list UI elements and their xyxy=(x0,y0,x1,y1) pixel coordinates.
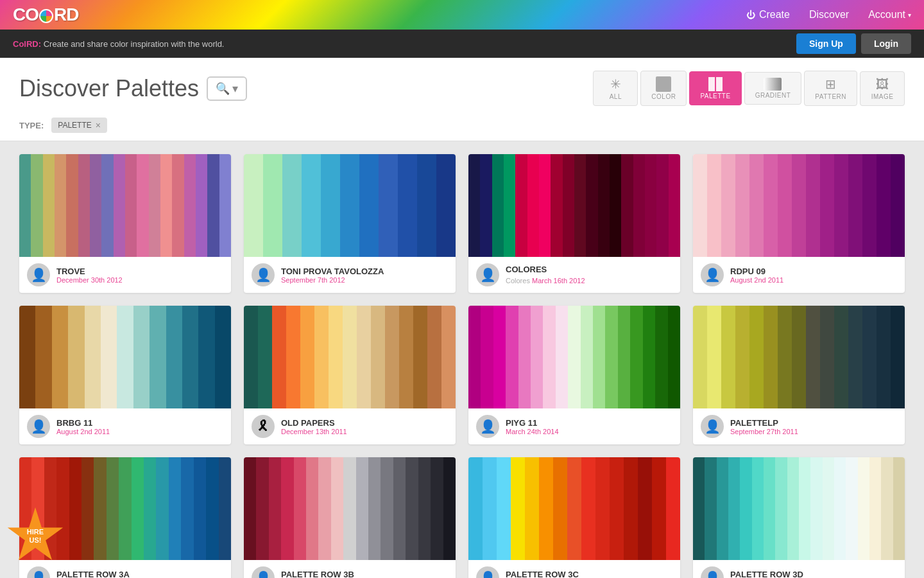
palette-card[interactable]: 👤RDPU 09August 2nd 2011 xyxy=(693,154,905,293)
swatch xyxy=(329,306,343,408)
palette-grid: 👤TROVEDecember 30th 2012👤TONI PROVA TAVO… xyxy=(0,141,924,578)
swatch xyxy=(198,306,214,408)
swatch xyxy=(480,154,492,257)
palette-meta: OLD PAPERSDecember 13th 2011 xyxy=(281,418,448,435)
type-tag-label: PALETTE xyxy=(58,121,91,130)
type-tag-close-icon[interactable]: × xyxy=(96,120,101,130)
swatch xyxy=(764,154,778,257)
swatch xyxy=(553,457,567,560)
palette-info: 👤PALETTE ROW 3BMarch 10th 2013 xyxy=(244,560,456,578)
swatch xyxy=(286,306,300,408)
swatch xyxy=(556,306,568,408)
swatch xyxy=(117,306,133,408)
filter-tabs: ✳ ALL COLOR PALETTE GRADIENT ⊞ PATTERN 🖼… xyxy=(593,71,905,106)
palette-meta: PIYG 11March 24th 2014 xyxy=(506,418,672,435)
palette-name: BRBG 11 xyxy=(56,418,223,428)
swatch xyxy=(196,154,207,257)
avatar: 👤 xyxy=(252,566,275,578)
swatch xyxy=(539,154,551,257)
palette-swatches xyxy=(693,154,905,257)
palette-icon xyxy=(708,77,723,91)
swatch xyxy=(302,154,321,257)
brand-name: ColRD: xyxy=(13,39,41,49)
swatch xyxy=(78,154,90,257)
swatch xyxy=(150,306,166,408)
tab-image[interactable]: 🖼 IMAGE xyxy=(860,71,905,106)
swatch xyxy=(735,154,749,257)
person-icon: 👤 xyxy=(31,419,47,434)
palette-card[interactable]: 👤PALETTE ROW 3DMay 14th 2011 xyxy=(693,457,905,578)
swatch xyxy=(869,457,881,560)
create-link[interactable]: ⏻ Create xyxy=(746,9,790,21)
swatch xyxy=(149,154,160,257)
swatch xyxy=(693,306,707,408)
palette-card[interactable]: 🎗OLD PAPERSDecember 13th 2011 xyxy=(244,306,456,444)
discover-header: Discover Palettes 🔍 ▾ ✳ ALL COLOR PALETT… xyxy=(0,58,924,112)
swatch xyxy=(340,154,359,257)
account-label: Account xyxy=(868,9,905,21)
discover-link[interactable]: Discover xyxy=(809,9,849,21)
palette-card[interactable]: 👤PALETTE ROW 3CJuly 22nd 2012 xyxy=(468,457,680,578)
pattern-icon: ⊞ xyxy=(825,76,836,92)
palette-date: March 24th 2014 xyxy=(506,428,672,435)
swatch xyxy=(52,306,68,408)
palette-meta: PALETTELPSeptember 27th 2011 xyxy=(730,418,897,435)
tab-all[interactable]: ✳ ALL xyxy=(593,71,638,106)
search-chevron-icon: ▾ xyxy=(232,82,238,96)
swatch xyxy=(119,457,131,560)
palette-card[interactable]: 👤PALETTELPSeptember 27th 2011 xyxy=(693,306,905,444)
tab-gradient[interactable]: GRADIENT xyxy=(744,72,802,105)
swatch xyxy=(862,154,877,257)
tab-pattern[interactable]: ⊞ PATTERN xyxy=(804,71,857,106)
avatar: 👤 xyxy=(252,263,275,286)
tab-color[interactable]: COLOR xyxy=(640,71,687,106)
palette-card[interactable]: 👤TROVEDecember 30th 2012 xyxy=(19,154,231,293)
person-icon: 👤 xyxy=(480,419,496,434)
swatch xyxy=(272,306,286,408)
swatch xyxy=(877,154,891,257)
palette-meta: PALETTE ROW 3CJuly 22nd 2012 xyxy=(506,570,672,579)
discover-title-area: Discover Palettes 🔍 ▾ xyxy=(19,75,247,102)
swatch xyxy=(618,306,630,408)
logo[interactable]: CORD xyxy=(13,4,78,25)
palette-card[interactable]: 👤BRBG 11August 2nd 2011 xyxy=(19,306,231,444)
page-title: Discover Palettes xyxy=(19,75,199,102)
palette-swatches xyxy=(244,306,456,408)
swatch xyxy=(707,154,721,257)
swatch xyxy=(669,154,680,257)
swatch xyxy=(721,306,735,408)
signup-button[interactable]: Sign Up xyxy=(796,33,856,54)
palette-card[interactable]: 👤COLORESColores March 16th 2012 xyxy=(468,154,680,293)
palette-card[interactable]: 👤PALETTE ROW 3AJanuary 5th 2013 xyxy=(19,457,231,578)
swatch xyxy=(893,457,905,560)
palette-meta: PALETTE ROW 3AJanuary 5th 2013 xyxy=(56,570,223,579)
swatch xyxy=(481,306,493,408)
swatch xyxy=(721,154,735,257)
swatch xyxy=(799,457,810,560)
swatch xyxy=(69,457,81,560)
tab-palette[interactable]: PALETTE xyxy=(689,71,741,105)
palette-name: PIYG 11 xyxy=(506,418,672,428)
palette-card[interactable]: 👤TONI PROVA TAVOLOZZASeptember 7th 2012 xyxy=(244,154,456,293)
account-link[interactable]: Account ▾ xyxy=(868,9,911,21)
swatch xyxy=(881,457,893,560)
login-button[interactable]: Login xyxy=(861,33,911,54)
palette-card[interactable]: 👤PIYG 11March 24th 2014 xyxy=(468,306,680,444)
palette-name: PALETTE ROW 3C xyxy=(506,570,672,579)
swatch xyxy=(281,457,293,560)
palette-swatches xyxy=(19,457,231,560)
swatch xyxy=(468,457,483,560)
swatch xyxy=(258,306,272,408)
type-tag-palette[interactable]: PALETTE × xyxy=(51,118,107,133)
search-button[interactable]: 🔍 ▾ xyxy=(207,76,247,101)
swatch xyxy=(443,457,456,560)
palette-card[interactable]: 👤PALETTE ROW 3BMarch 10th 2013 xyxy=(244,457,456,578)
avatar: 👤 xyxy=(27,263,50,286)
swatch xyxy=(605,306,617,408)
swatch xyxy=(172,154,184,257)
palette-sub: Colores xyxy=(506,277,532,285)
swatch xyxy=(775,457,787,560)
swatch xyxy=(169,457,181,560)
swatch xyxy=(381,457,393,560)
swatch xyxy=(66,154,78,257)
